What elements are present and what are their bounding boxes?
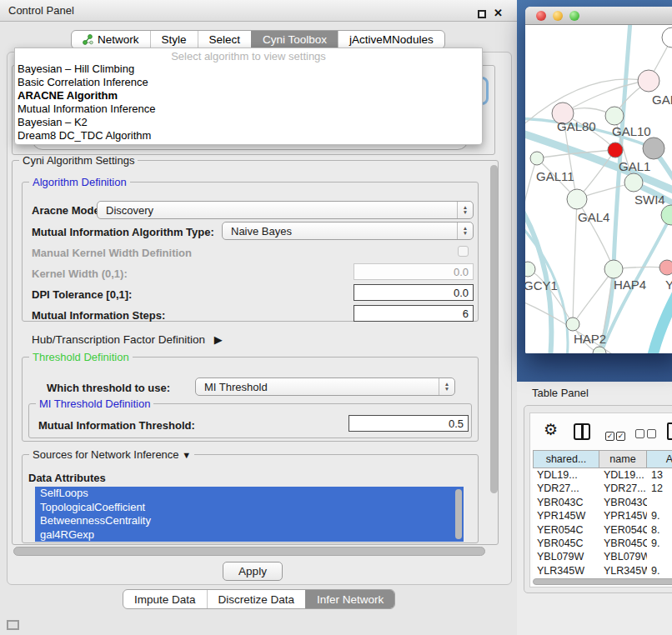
table-row[interactable]: YBR043CYBR043C (533, 496, 672, 509)
table-cell: YDR27... (599, 482, 647, 495)
kernel-width-value: 0.0 (454, 266, 469, 278)
control-panel-titlebar[interactable]: Control Panel (0, 0, 517, 22)
combo-arrows-icon: ▲▼ (439, 378, 454, 395)
table-row[interactable]: YPR145WYPR145W9. (533, 509, 672, 522)
table-row[interactable]: YBR045CYBR045C9. (533, 537, 672, 550)
float-window-icon[interactable] (478, 10, 486, 18)
tab-infer-network[interactable]: Infer Network (305, 590, 394, 608)
table-row[interactable]: YLR345WYLR345W9. (533, 564, 672, 577)
aracne-mode-combo[interactable]: Discovery ▲▼ (97, 201, 474, 219)
data-attribute-option[interactable]: TopologicalCoefficient (35, 501, 464, 515)
close-traffic-light-icon[interactable] (536, 11, 546, 21)
network-node[interactable] (662, 28, 672, 48)
algorithm-option[interactable]: ARACNE Algorithm (15, 89, 482, 102)
close-icon[interactable]: ✕ (494, 7, 503, 19)
combo-arrows-icon: ▲▼ (457, 202, 473, 218)
node-label: HAP4 (614, 278, 646, 292)
network-window-titlebar[interactable] (525, 7, 672, 25)
node-label: GAL1 (619, 159, 650, 173)
table-cell: YBR043C (533, 496, 599, 509)
settings-vertical-scrollbar[interactable] (490, 165, 498, 493)
table-row[interactable]: YER054CYER054C8. (533, 523, 672, 537)
kernel-width-field[interactable]: 0.0 (354, 263, 474, 280)
data-attribute-option[interactable]: BetweennessCentrality (35, 514, 464, 528)
sources-title-text: Sources for Network Inference (33, 448, 179, 461)
algorithm-option[interactable]: Dream8 DC_TDC Algorithm (15, 129, 482, 142)
network-canvas[interactable]: GALGAL80GAL10GAL1GAL11GAL4SWI4GCY1HAP4YH… (525, 25, 672, 353)
threshold-definition-title: Threshold Definition (29, 351, 133, 363)
tab-network[interactable]: Network (72, 31, 150, 48)
manual-kernel-label: Manual Kernel Width Definition (32, 247, 192, 259)
network-node[interactable] (530, 152, 544, 165)
gear-icon[interactable]: ⚙ (544, 422, 558, 438)
node-label: SWI4 (634, 192, 665, 207)
network-window[interactable]: GALGAL80GAL10GAL1GAL11GAL4SWI4GCY1HAP4YH… (525, 7, 672, 353)
algorithm-option[interactable]: Basic Correlation Inference (15, 76, 482, 89)
table-row[interactable]: YDL19...YDL19...13 (533, 468, 672, 482)
table-body: YDL19...YDL19...13YDR27...YDR27...12YBR0… (533, 468, 672, 577)
tab-label: Style (162, 31, 187, 49)
table-horizontal-scrollbar[interactable] (533, 578, 672, 585)
tab-style[interactable]: Style (150, 31, 198, 48)
data-attribute-option[interactable]: gal4RGexp (35, 528, 464, 542)
network-node[interactable] (566, 318, 579, 331)
column-header-shared-name[interactable]: shared... (533, 450, 599, 468)
algorithm-dropdown: Select algorithm to view settings Bayesi… (14, 48, 483, 145)
data-attribute-option[interactable]: SelfLoops (35, 487, 464, 501)
tab-select[interactable]: Select (198, 31, 252, 48)
network-node[interactable] (659, 260, 672, 275)
sources-title[interactable]: Sources for Network Inference ▼ (29, 448, 194, 461)
column-header-name[interactable]: name (599, 450, 647, 468)
table-cell: YDL19... (599, 468, 647, 482)
manual-kernel-checkbox[interactable] (458, 246, 469, 257)
network-node[interactable] (638, 70, 659, 92)
dpi-tolerance-value: 0.0 (454, 287, 469, 299)
network-node[interactable] (567, 189, 587, 209)
table-cell: 8. (647, 523, 672, 537)
network-graph: GALGAL80GAL10GAL1GAL11GAL4SWI4GCY1HAP4YH… (525, 25, 672, 353)
algorithm-option[interactable]: Bayesian – Hill Climbing (15, 62, 482, 76)
tab-impute-data[interactable]: Impute Data (123, 590, 207, 608)
table-cell: YER054C (599, 523, 647, 537)
table-panel-frame: ⚙ ✓✓ shared... name A YDL19...YDL19...13… (524, 405, 672, 593)
network-node[interactable] (608, 142, 623, 158)
minimize-traffic-light-icon[interactable] (553, 11, 563, 21)
bottom-tabbar: Impute Data Discretize Data Infer Networ… (123, 589, 395, 609)
collapsed-panel-icon[interactable] (7, 620, 19, 630)
table-panel-title: Table Panel (532, 387, 589, 399)
network-node[interactable] (624, 173, 643, 192)
mi-steps-field[interactable]: 6 (354, 305, 474, 322)
table-row[interactable]: YBL079WYBL079W (533, 550, 672, 563)
network-node[interactable] (643, 138, 664, 159)
deselect-all-checkboxes-icon[interactable] (635, 427, 656, 442)
dpi-tolerance-field[interactable]: 0.0 (354, 284, 474, 301)
algorithm-option[interactable]: Bayesian – K2 (15, 116, 482, 129)
table-cell: YBR045C (599, 537, 647, 550)
hub-definition-toggle[interactable]: Hub/Transcription Factor Definition ▶ (32, 333, 223, 346)
which-threshold-combo[interactable]: MI Threshold ▲▼ (195, 378, 455, 396)
mi-type-combo[interactable]: Naive Bayes ▲▼ (222, 222, 474, 240)
table-row[interactable]: YDR27...YDR27...12 (533, 482, 672, 495)
tab-jactivemnodules[interactable]: jActiveMNodules (338, 31, 444, 48)
tab-cyni-toolbox[interactable]: Cyni Toolbox (251, 31, 338, 48)
network-node[interactable] (605, 107, 624, 125)
settings-horizontal-scrollbar[interactable] (13, 547, 485, 556)
control-panel-tabbar: Network Style Select Cyni Toolbox jActiv… (71, 30, 445, 49)
new-table-icon[interactable] (667, 422, 672, 440)
column-header-avg[interactable]: A (647, 450, 672, 468)
algorithm-option[interactable]: Mutual Information Inference (15, 102, 482, 116)
select-all-checkboxes-icon[interactable]: ✓✓ (605, 427, 625, 442)
network-node[interactable] (525, 262, 535, 277)
cyni-settings-title: Cyni Algorithm Settings (19, 154, 138, 167)
aracne-mode-value: Discovery (106, 204, 153, 217)
mi-threshold-field[interactable]: 0.5 (349, 415, 469, 432)
network-node[interactable] (604, 260, 623, 278)
apply-button[interactable]: Apply (223, 562, 283, 581)
zoom-traffic-light-icon[interactable] (569, 11, 579, 21)
network-node[interactable] (661, 205, 672, 225)
table-cell: 13 (647, 468, 672, 482)
table-cell: YER054C (533, 523, 599, 537)
attributes-list-scrollbar[interactable] (455, 489, 462, 539)
columns-icon[interactable] (574, 423, 590, 440)
tab-discretize-data[interactable]: Discretize Data (207, 590, 306, 608)
